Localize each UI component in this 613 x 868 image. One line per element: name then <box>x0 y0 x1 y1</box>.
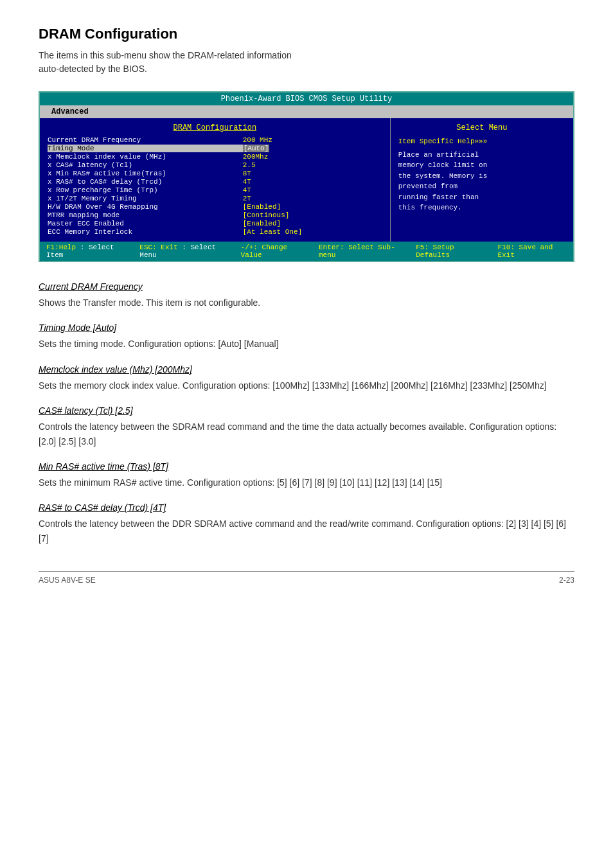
bios-key-esc: ESC: Exit <box>139 244 177 251</box>
section-body-0: Shows the Transfer mode. This item is no… <box>39 296 574 310</box>
section-body-2: Sets the memory clock index value. Confi… <box>39 378 574 393</box>
bios-item-value-10: [Enabled] <box>243 220 382 227</box>
page-subtitle: The items in this sub-menu show the DRAM… <box>39 49 574 76</box>
bios-right-header: Select Menu <box>398 123 565 132</box>
page-title: DRAM Configuration <box>39 26 574 42</box>
section-heading-5: RAS# to CAS# delay (Trcd) [4T] <box>39 502 574 513</box>
bios-item-label-8: H/W DRAM Over 4G Remapping <box>48 203 243 211</box>
bios-item-value-5: 4T <box>243 178 382 186</box>
bios-item-value-6: 4T <box>243 186 382 194</box>
section-heading-4: Min RAS# active time (Tras) [8T] <box>39 461 574 472</box>
sections-container: Current DRAM Frequency Shows the Transfe… <box>39 281 574 545</box>
bios-screen: Phoenix-Award BIOS CMOS Setup Utility Ad… <box>39 91 574 262</box>
bios-item-7[interactable]: x 1T/2T Memory Timing 2T <box>48 195 382 202</box>
section-heading-1: Timing Mode [Auto] <box>39 323 574 333</box>
bios-item-label-9: MTRR mapping mode <box>48 211 243 219</box>
footer-divider <box>39 571 574 572</box>
bios-tab-advanced[interactable]: Advanced <box>46 107 94 117</box>
bios-left-header: DRAM Configuration <box>48 123 382 132</box>
bios-footer-esc: ESC: Exit : Select Menu <box>139 244 227 259</box>
bios-key-f5: F5: Setup Defaults <box>416 244 454 259</box>
bios-item-label-5: x RAS# to CAS# delay (Trcd) <box>48 178 243 186</box>
bios-item-8[interactable]: H/W DRAM Over 4G Remapping [Enabled] <box>48 203 382 211</box>
section-heading-3: CAS# latency (Tcl) [2.5] <box>39 405 574 416</box>
bios-item-label-2: x Memclock index value (MHz) <box>48 153 243 161</box>
section-heading-2: Memclock index value (Mhz) [200Mhz] <box>39 364 574 375</box>
bios-footer-f10: F10: Save and Exit <box>498 244 567 259</box>
bios-title-bar: Phoenix-Award BIOS CMOS Setup Utility <box>40 93 573 105</box>
bios-item-label-3: x CAS# latency (Tcl) <box>48 161 243 169</box>
page-footer: ASUS A8V-E SE 2-23 <box>39 576 574 585</box>
footer-right: 2-23 <box>559 576 574 585</box>
section-heading-0: Current DRAM Frequency <box>39 281 574 292</box>
bios-item-value-4: 8T <box>243 170 382 177</box>
footer-left: ASUS A8V-E SE <box>39 576 96 585</box>
bios-help-line-2: the system. Memory is <box>398 171 565 182</box>
bios-item-label-6: x Row precharge Time (Trp) <box>48 186 243 194</box>
bios-item-label-1: Timing Mode <box>48 145 243 152</box>
bios-item-value-0: 200 MHz <box>243 136 382 144</box>
bios-key-f10: F10: Save and Exit <box>498 244 553 259</box>
bios-footer: F1:Help : Select Item ESC: Exit : Select… <box>40 242 573 261</box>
bios-footer-change: -/+: Change Value <box>241 244 306 259</box>
bios-item-label-10: Master ECC Enabled <box>48 220 243 227</box>
bios-item-value-8: [Enabled] <box>243 203 382 211</box>
bios-key-f1: F1:Help <box>46 244 76 251</box>
bios-item-label-0: Current DRAM Frequency <box>48 136 243 144</box>
bios-help-line-0: Place an artificial <box>398 150 565 161</box>
bios-item-0[interactable]: Current DRAM Frequency 200 MHz <box>48 136 382 144</box>
bios-item-label-4: x Min RAS# active time(Tras) <box>48 170 243 177</box>
bios-item-value-7: 2T <box>243 195 382 202</box>
bios-item-3[interactable]: x CAS# latency (Tcl) 2.5 <box>48 161 382 169</box>
bios-help-line-5: this frequency. <box>398 202 565 213</box>
section-body-5: Controls the latency between the DDR SDR… <box>39 517 574 545</box>
bios-item-value-1: [Auto] <box>243 145 382 152</box>
bios-footer-f5: F5: Setup Defaults <box>416 244 484 259</box>
bios-right-panel: Select Menu Item Specific Help»»» Place … <box>391 118 573 242</box>
bios-key-change: -/+: Change Value <box>241 244 288 259</box>
bios-footer-enter: Enter: Select Sub-menu <box>319 244 403 259</box>
bios-help-line-1: memory clock limit on <box>398 160 565 171</box>
bios-item-10[interactable]: Master ECC Enabled [Enabled] <box>48 220 382 227</box>
bios-help-line-4: running faster than <box>398 192 565 203</box>
bios-help-line-3: prevented from <box>398 181 565 192</box>
bios-item-value-2: 200Mhz <box>243 153 382 161</box>
bios-item-label-11: ECC Memory Interlock <box>48 228 243 236</box>
bios-key-enter: Enter: Select Sub-menu <box>319 244 395 259</box>
bios-item-11[interactable]: ECC Memory Interlock [At least One] <box>48 228 382 236</box>
bios-help-title: Item Specific Help»»» <box>398 136 565 147</box>
bios-item-6[interactable]: x Row precharge Time (Trp) 4T <box>48 186 382 194</box>
bios-item-value-9: [Continous] <box>243 211 382 219</box>
bios-main-content: DRAM Configuration Current DRAM Frequenc… <box>40 118 573 242</box>
bios-footer-f1: F1:Help : Select Item <box>46 244 127 259</box>
bios-item-value-3: 2.5 <box>243 161 382 169</box>
bios-tab-bar: Advanced <box>40 105 573 118</box>
section-body-3: Controls the latency between the SDRAM r… <box>39 420 574 448</box>
bios-item-9[interactable]: MTRR mapping mode [Continous] <box>48 211 382 219</box>
bios-left-panel: DRAM Configuration Current DRAM Frequenc… <box>40 118 391 242</box>
bios-item-4[interactable]: x Min RAS# active time(Tras) 8T <box>48 170 382 177</box>
bios-item-label-7: x 1T/2T Memory Timing <box>48 195 243 202</box>
section-body-4: Sets the minimum RAS# active time. Confi… <box>39 475 574 490</box>
bios-item-1[interactable]: Timing Mode [Auto] <box>48 145 382 152</box>
bios-item-2[interactable]: x Memclock index value (MHz) 200Mhz <box>48 153 382 161</box>
bios-help-text: Item Specific Help»»» Place an artificia… <box>398 136 565 213</box>
bios-item-value-11: [At least One] <box>243 228 382 236</box>
section-body-1: Sets the timing mode. Configuration opti… <box>39 337 574 351</box>
bios-item-5[interactable]: x RAS# to CAS# delay (Trcd) 4T <box>48 178 382 186</box>
